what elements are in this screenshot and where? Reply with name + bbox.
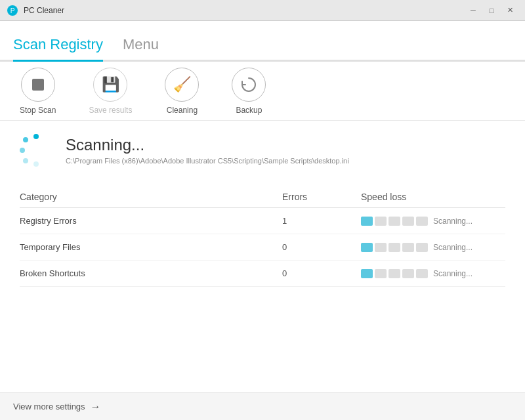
- header-nav: Scan Registry Menu: [0, 21, 525, 62]
- save-results-label: Save results: [89, 106, 132, 115]
- bar-segment: [416, 269, 428, 278]
- cell-speed-loss: Scanning...: [361, 261, 505, 287]
- cell-errors: 1: [282, 208, 361, 234]
- save-results-button[interactable]: 💾 Save results: [82, 64, 138, 118]
- cleaning-button[interactable]: 🧹 Cleaning: [158, 64, 205, 118]
- title-bar: P PC Cleaner ─ □ ✕: [0, 0, 525, 21]
- save-results-icon-circle: 💾: [93, 68, 127, 102]
- table-row: Registry Errors1Scanning...: [20, 208, 505, 234]
- maximize-button[interactable]: □: [483, 4, 500, 17]
- app-icon: P: [7, 5, 18, 16]
- bar-segment: [416, 243, 428, 252]
- bar-segment: [402, 217, 414, 226]
- spinner-dot-1: [33, 134, 39, 139]
- speed-bar: Scanning...: [361, 243, 505, 252]
- cell-errors: 0: [282, 234, 361, 261]
- spinner-dot-5: [33, 161, 39, 167]
- minimize-button[interactable]: ─: [465, 4, 482, 17]
- cell-speed-loss: Scanning...: [361, 234, 505, 261]
- window-controls: ─ □ ✕: [465, 4, 518, 17]
- bar-segment: [375, 243, 387, 252]
- bar-segment: [361, 243, 373, 252]
- main-content: Scanning... C:\Program Files (x86)\Adobe…: [0, 121, 525, 392]
- speed-bar: Scanning...: [361, 217, 505, 226]
- cleaning-icon-circle: 🧹: [165, 68, 199, 102]
- bar-segment: [388, 217, 400, 226]
- loading-spinner: [20, 134, 52, 167]
- toolbar: Stop Scan 💾 Save results 🧹 Cleaning Back…: [0, 62, 525, 121]
- scanning-label: Scanning...: [433, 217, 472, 226]
- table-row: Broken Shortcuts0Scanning...: [20, 261, 505, 287]
- scan-file-path: C:\Program Files (x86)\Adobe\Adobe Illus…: [66, 157, 349, 165]
- bar-segments: [361, 243, 428, 252]
- backup-label: Backup: [236, 106, 262, 115]
- col-header-speed-loss: Speed loss: [361, 186, 505, 208]
- cell-errors: 0: [282, 261, 361, 287]
- speed-bar: Scanning...: [361, 269, 505, 278]
- bar-segment: [375, 217, 387, 226]
- bar-segment: [402, 243, 414, 252]
- backup-icon-circle: [232, 68, 266, 102]
- table-row: Temporary Files0Scanning...: [20, 234, 505, 261]
- results-table: Category Errors Speed loss Registry Erro…: [20, 186, 505, 287]
- col-header-errors: Errors: [282, 186, 361, 208]
- save-icon: 💾: [102, 76, 119, 93]
- spinner-dot-3: [20, 148, 25, 153]
- scan-text: Scanning... C:\Program Files (x86)\Adobe…: [66, 136, 349, 165]
- cell-category: Broken Shortcuts: [20, 261, 282, 287]
- cell-speed-loss: Scanning...: [361, 208, 505, 234]
- col-header-category: Category: [20, 186, 282, 208]
- footer: View more settings →: [0, 392, 525, 420]
- bar-segment: [402, 269, 414, 278]
- cleaning-label: Cleaning: [167, 106, 198, 115]
- spinner-dot-2: [23, 137, 28, 142]
- svg-text:P: P: [10, 7, 15, 14]
- arrow-icon: →: [91, 401, 101, 413]
- close-button[interactable]: ✕: [501, 4, 518, 17]
- bar-segments: [361, 217, 428, 226]
- scanning-label: Scanning...: [433, 243, 472, 252]
- cell-category: Registry Errors: [20, 208, 282, 234]
- tab-scan-registry[interactable]: Scan Registry: [13, 36, 103, 62]
- bar-segment: [375, 269, 387, 278]
- view-more-settings-label: View more settings: [13, 402, 85, 411]
- cleaning-icon: 🧹: [173, 76, 191, 93]
- bar-segment: [361, 217, 373, 226]
- backup-button[interactable]: Backup: [225, 64, 272, 118]
- window-title: PC Cleaner: [24, 6, 465, 15]
- stop-icon: [32, 79, 44, 91]
- view-more-settings-link[interactable]: View more settings →: [13, 401, 101, 413]
- scanning-label: Scanning...: [433, 269, 472, 278]
- bar-segments: [361, 269, 428, 278]
- scan-heading: Scanning...: [66, 136, 349, 154]
- stop-scan-button[interactable]: Stop Scan: [13, 64, 62, 118]
- bar-segment: [416, 217, 428, 226]
- tab-menu[interactable]: Menu: [123, 36, 159, 62]
- stop-scan-icon-circle: [21, 68, 55, 102]
- bar-segment: [361, 269, 373, 278]
- bar-segment: [388, 269, 400, 278]
- stop-scan-label: Stop Scan: [20, 106, 56, 115]
- spinner-dot-4: [23, 158, 28, 163]
- table-header-row: Category Errors Speed loss: [20, 186, 505, 208]
- scan-status: Scanning... C:\Program Files (x86)\Adobe…: [20, 134, 505, 167]
- cell-category: Temporary Files: [20, 234, 282, 261]
- backup-icon: [240, 76, 257, 93]
- bar-segment: [388, 243, 400, 252]
